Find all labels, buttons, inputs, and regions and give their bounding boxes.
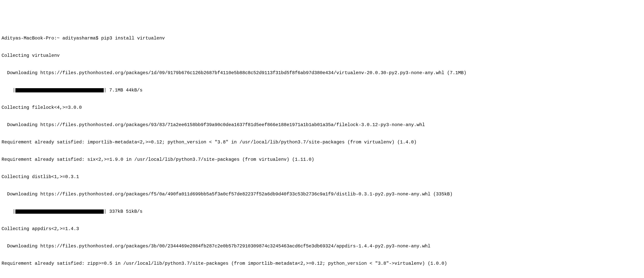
- progress-indent: [2, 87, 13, 93]
- progress-bar-fill: [15, 88, 104, 92]
- progress-pipe-left: |: [13, 87, 15, 93]
- shell-prompt: Adityas-MacBook-Pro:~ adityasharma$: [2, 36, 101, 41]
- progress-bar-fill: [15, 209, 104, 214]
- progress-bar-line: || 337kB 51kB/s: [2, 209, 642, 214]
- output-line: Downloading https://files.pythonhosted.o…: [2, 243, 642, 249]
- output-line: Downloading https://files.pythonhosted.o…: [2, 122, 642, 128]
- progress-pipe-left: |: [13, 209, 15, 214]
- output-line: Collecting virtualenv: [2, 53, 642, 59]
- output-line: Downloading https://files.pythonhosted.o…: [2, 70, 642, 76]
- output-line: Collecting appdirs<2,>=1.4.3: [2, 226, 642, 232]
- output-line: Requirement already satisfied: zipp>=0.5…: [2, 261, 642, 266]
- progress-stats: 337kB 51kB/s: [106, 209, 142, 214]
- progress-stats: 7.1MB 44kB/s: [106, 87, 142, 93]
- progress-pipe-right: |: [104, 87, 106, 93]
- output-line: Collecting filelock<4,>=3.0.0: [2, 105, 642, 110]
- output-line: Downloading https://files.pythonhosted.o…: [2, 191, 642, 197]
- progress-indent: [2, 209, 13, 214]
- output-line: Collecting distlib<1,>=0.3.1: [2, 174, 642, 180]
- prompt-line: Adityas-MacBook-Pro:~ adityasharma$ pip3…: [2, 35, 642, 41]
- terminal-output[interactable]: Adityas-MacBook-Pro:~ adityasharma$ pip3…: [2, 24, 642, 278]
- progress-pipe-right: |: [104, 209, 106, 214]
- output-line: Requirement already satisfied: importlib…: [2, 140, 642, 145]
- progress-bar-line: || 7.1MB 44kB/s: [2, 87, 642, 93]
- command-text: pip3 install virtualenv: [101, 36, 165, 41]
- output-line: Requirement already satisfied: six<2,>=1…: [2, 157, 642, 163]
